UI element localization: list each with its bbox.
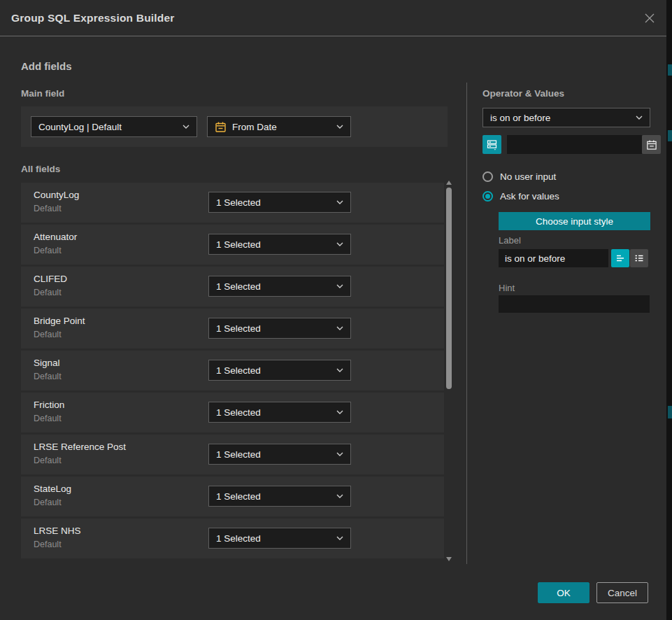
hint-input[interactable] — [499, 295, 650, 313]
field-selection-value: 1 Selected — [216, 239, 331, 250]
scrollbar-thumb[interactable] — [446, 188, 452, 389]
single-value-label-icon — [615, 253, 626, 264]
field-selection-select[interactable]: 1 Selected — [208, 444, 351, 465]
background-fragment — [668, 64, 672, 76]
chevron-down-icon — [336, 452, 343, 456]
field-selection-value: 1 Selected — [216, 491, 331, 502]
field-row: LRSE Reference Post Default 1 Selected — [21, 435, 444, 474]
field-subtitle: Default — [34, 204, 62, 213]
chevron-down-icon — [636, 115, 643, 120]
field-name: Bridge Point — [34, 316, 85, 326]
fields-list-scrollbar[interactable] — [445, 181, 453, 561]
value-input[interactable] — [507, 135, 642, 154]
field-selection-select[interactable]: 1 Selected — [208, 486, 351, 507]
chevron-down-icon — [336, 536, 343, 540]
chevron-down-icon — [336, 326, 343, 330]
multi-value-style-toggle[interactable] — [630, 249, 648, 267]
main-field-source-select[interactable]: CountyLog | Default — [31, 116, 197, 137]
radio-ask-for-values-label: Ask for values — [500, 191, 559, 202]
radio-no-user-input[interactable]: No user input — [482, 171, 556, 182]
main-field-field-select[interactable]: From Date — [207, 116, 351, 137]
field-selection-value: 1 Selected — [216, 323, 331, 334]
close-button[interactable] — [641, 10, 658, 27]
main-field-field-value: From Date — [232, 122, 331, 132]
field-selection-select[interactable]: 1 Selected — [208, 276, 351, 297]
field-selection-select[interactable]: 1 Selected — [208, 234, 351, 255]
label-input[interactable] — [499, 249, 608, 267]
field-row: CountyLog Default 1 Selected — [21, 183, 444, 223]
field-selection-select[interactable]: 1 Selected — [208, 528, 351, 549]
chevron-down-icon — [336, 242, 343, 246]
radio-icon — [482, 171, 493, 182]
field-selection-select[interactable]: 1 Selected — [208, 318, 351, 339]
field-row: StateLog Default 1 Selected — [21, 477, 444, 516]
field-selection-select[interactable]: 1 Selected — [208, 402, 351, 423]
ok-button[interactable]: OK — [538, 582, 589, 603]
background-fragment — [668, 130, 672, 141]
scroll-down-arrow-icon[interactable] — [446, 557, 452, 561]
field-subtitle: Default — [34, 540, 62, 549]
field-subtitle: Default — [34, 246, 62, 255]
dialog-title: Group SQL Expression Builder — [11, 12, 175, 24]
chevron-down-icon — [336, 368, 343, 372]
field-selection-value: 1 Selected — [216, 281, 331, 292]
background-app-strip — [666, 0, 672, 620]
chevron-down-icon — [336, 200, 343, 204]
all-fields-list: CountyLog Default 1 Selected Attenuator … — [21, 183, 444, 558]
hint-field-label: Hint — [499, 283, 515, 293]
chevron-down-icon — [336, 494, 343, 498]
field-row: Friction Default 1 Selected — [21, 393, 444, 432]
label-row — [499, 249, 650, 267]
value-source-button[interactable] — [482, 135, 501, 154]
field-name: Attenuator — [34, 232, 77, 242]
field-row: CLIFED Default 1 Selected — [21, 267, 444, 307]
background-fragment — [668, 406, 672, 418]
all-fields-label: All fields — [21, 164, 60, 174]
field-subtitle: Default — [34, 330, 62, 339]
field-name: StateLog — [34, 484, 71, 494]
chevron-down-icon — [336, 410, 343, 414]
field-selection-value: 1 Selected — [216, 197, 331, 208]
field-subtitle: Default — [34, 414, 62, 423]
field-name: LRSE NHS — [34, 526, 81, 536]
single-value-style-toggle[interactable] — [611, 249, 629, 267]
value-calendar-button[interactable] — [642, 135, 661, 154]
radio-ask-for-values[interactable]: Ask for values — [482, 191, 559, 202]
operator-values-heading: Operator & Values — [482, 88, 564, 99]
field-subtitle: Default — [34, 498, 62, 507]
field-name: Signal — [34, 358, 60, 368]
cancel-button[interactable]: Cancel — [596, 582, 648, 603]
radio-checked-icon — [482, 191, 493, 202]
field-selection-value: 1 Selected — [216, 407, 331, 418]
main-field-box: CountyLog | Default From Date — [21, 106, 448, 147]
calendar-icon — [646, 139, 657, 150]
dialog-header: Group SQL Expression Builder — [0, 0, 666, 36]
chevron-down-icon — [183, 125, 190, 129]
main-field-source-value: CountyLog | Default — [38, 122, 177, 132]
field-selection-value: 1 Selected — [216, 533, 331, 544]
field-row: LRSE NHS Default 1 Selected — [21, 519, 444, 558]
main-field-label: Main field — [21, 88, 64, 99]
group-sql-expression-builder-dialog: Group SQL Expression Builder Add fields … — [0, 0, 666, 620]
field-selection-select[interactable]: 1 Selected — [208, 192, 351, 213]
label-field-label: Label — [499, 235, 521, 246]
field-name: CountyLog — [34, 190, 79, 200]
field-selection-value: 1 Selected — [216, 365, 331, 376]
multi-value-list-icon — [634, 253, 645, 264]
operator-select[interactable]: is on or before — [482, 108, 650, 127]
value-input-group — [507, 135, 661, 154]
choose-input-style-button[interactable]: Choose input style — [499, 212, 650, 230]
field-row: Signal Default 1 Selected — [21, 351, 444, 390]
field-row: Bridge Point Default 1 Selected — [21, 309, 444, 348]
field-selection-value: 1 Selected — [216, 449, 331, 460]
value-row — [482, 135, 650, 154]
panel-divider — [466, 83, 467, 564]
field-name: LRSE Reference Post — [34, 442, 126, 452]
field-selection-select[interactable]: 1 Selected — [208, 360, 351, 381]
field-name: Friction — [34, 400, 64, 410]
field-subtitle: Default — [34, 288, 62, 297]
chevron-down-icon — [336, 125, 343, 129]
scroll-up-arrow-icon[interactable] — [446, 181, 452, 185]
calendar-icon — [215, 121, 227, 133]
chevron-down-icon — [336, 284, 343, 288]
